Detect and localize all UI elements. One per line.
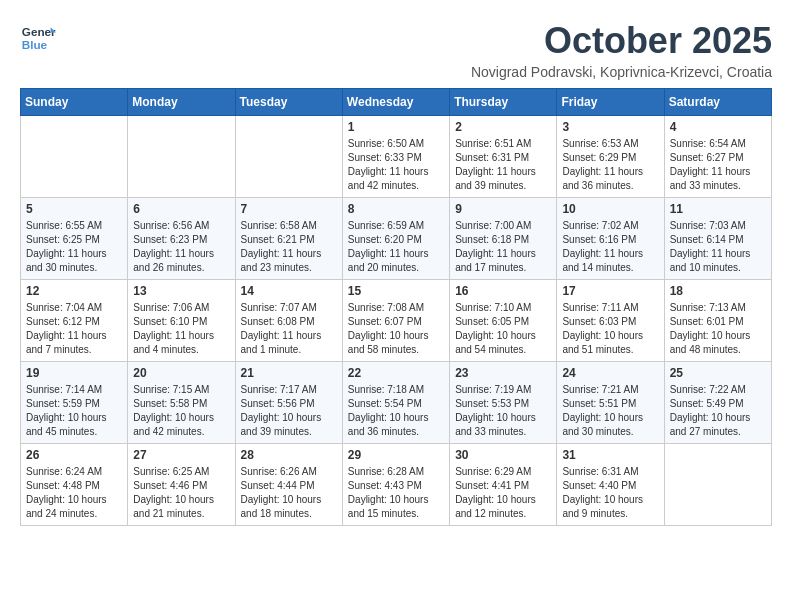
day-info: Sunrise: 6:55 AM Sunset: 6:25 PM Dayligh… (26, 219, 122, 275)
calendar-cell: 21Sunrise: 7:17 AM Sunset: 5:56 PM Dayli… (235, 362, 342, 444)
calendar-cell: 12Sunrise: 7:04 AM Sunset: 6:12 PM Dayli… (21, 280, 128, 362)
calendar-cell: 7Sunrise: 6:58 AM Sunset: 6:21 PM Daylig… (235, 198, 342, 280)
calendar-cell: 18Sunrise: 7:13 AM Sunset: 6:01 PM Dayli… (664, 280, 771, 362)
day-number: 12 (26, 284, 122, 298)
calendar-cell: 29Sunrise: 6:28 AM Sunset: 4:43 PM Dayli… (342, 444, 449, 526)
day-info: Sunrise: 7:13 AM Sunset: 6:01 PM Dayligh… (670, 301, 766, 357)
day-info: Sunrise: 6:25 AM Sunset: 4:46 PM Dayligh… (133, 465, 229, 521)
day-info: Sunrise: 7:10 AM Sunset: 6:05 PM Dayligh… (455, 301, 551, 357)
calendar-cell: 30Sunrise: 6:29 AM Sunset: 4:41 PM Dayli… (450, 444, 557, 526)
calendar-cell: 20Sunrise: 7:15 AM Sunset: 5:58 PM Dayli… (128, 362, 235, 444)
calendar-cell (235, 116, 342, 198)
day-info: Sunrise: 6:26 AM Sunset: 4:44 PM Dayligh… (241, 465, 337, 521)
day-number: 30 (455, 448, 551, 462)
calendar-cell (21, 116, 128, 198)
calendar-cell (664, 444, 771, 526)
day-number: 21 (241, 366, 337, 380)
calendar-cell: 31Sunrise: 6:31 AM Sunset: 4:40 PM Dayli… (557, 444, 664, 526)
day-number: 28 (241, 448, 337, 462)
day-info: Sunrise: 7:00 AM Sunset: 6:18 PM Dayligh… (455, 219, 551, 275)
calendar-cell: 15Sunrise: 7:08 AM Sunset: 6:07 PM Dayli… (342, 280, 449, 362)
day-info: Sunrise: 6:56 AM Sunset: 6:23 PM Dayligh… (133, 219, 229, 275)
month-title: October 2025 (471, 20, 772, 62)
calendar-header-row: SundayMondayTuesdayWednesdayThursdayFrid… (21, 89, 772, 116)
day-info: Sunrise: 6:29 AM Sunset: 4:41 PM Dayligh… (455, 465, 551, 521)
day-number: 13 (133, 284, 229, 298)
day-number: 10 (562, 202, 658, 216)
calendar-cell: 17Sunrise: 7:11 AM Sunset: 6:03 PM Dayli… (557, 280, 664, 362)
calendar-week-row: 26Sunrise: 6:24 AM Sunset: 4:48 PM Dayli… (21, 444, 772, 526)
calendar-cell: 10Sunrise: 7:02 AM Sunset: 6:16 PM Dayli… (557, 198, 664, 280)
day-info: Sunrise: 7:03 AM Sunset: 6:14 PM Dayligh… (670, 219, 766, 275)
day-number: 23 (455, 366, 551, 380)
day-info: Sunrise: 7:02 AM Sunset: 6:16 PM Dayligh… (562, 219, 658, 275)
calendar-cell: 28Sunrise: 6:26 AM Sunset: 4:44 PM Dayli… (235, 444, 342, 526)
day-number: 8 (348, 202, 444, 216)
calendar-cell: 23Sunrise: 7:19 AM Sunset: 5:53 PM Dayli… (450, 362, 557, 444)
day-info: Sunrise: 7:04 AM Sunset: 6:12 PM Dayligh… (26, 301, 122, 357)
logo-icon: General Blue (20, 20, 56, 56)
day-number: 7 (241, 202, 337, 216)
calendar-header-tuesday: Tuesday (235, 89, 342, 116)
calendar-cell: 27Sunrise: 6:25 AM Sunset: 4:46 PM Dayli… (128, 444, 235, 526)
calendar-week-row: 5Sunrise: 6:55 AM Sunset: 6:25 PM Daylig… (21, 198, 772, 280)
calendar-cell: 6Sunrise: 6:56 AM Sunset: 6:23 PM Daylig… (128, 198, 235, 280)
day-number: 18 (670, 284, 766, 298)
day-number: 22 (348, 366, 444, 380)
day-info: Sunrise: 7:14 AM Sunset: 5:59 PM Dayligh… (26, 383, 122, 439)
day-number: 11 (670, 202, 766, 216)
day-number: 25 (670, 366, 766, 380)
day-info: Sunrise: 7:21 AM Sunset: 5:51 PM Dayligh… (562, 383, 658, 439)
day-info: Sunrise: 7:08 AM Sunset: 6:07 PM Dayligh… (348, 301, 444, 357)
day-number: 4 (670, 120, 766, 134)
day-info: Sunrise: 6:51 AM Sunset: 6:31 PM Dayligh… (455, 137, 551, 193)
logo: General Blue (20, 20, 56, 56)
day-number: 17 (562, 284, 658, 298)
calendar-cell: 22Sunrise: 7:18 AM Sunset: 5:54 PM Dayli… (342, 362, 449, 444)
day-info: Sunrise: 7:18 AM Sunset: 5:54 PM Dayligh… (348, 383, 444, 439)
page-header: General Blue October 2025 Novigrad Podra… (20, 20, 772, 80)
calendar-cell: 19Sunrise: 7:14 AM Sunset: 5:59 PM Dayli… (21, 362, 128, 444)
day-info: Sunrise: 6:31 AM Sunset: 4:40 PM Dayligh… (562, 465, 658, 521)
day-number: 15 (348, 284, 444, 298)
day-number: 6 (133, 202, 229, 216)
calendar-header-monday: Monday (128, 89, 235, 116)
calendar-cell: 1Sunrise: 6:50 AM Sunset: 6:33 PM Daylig… (342, 116, 449, 198)
calendar-cell: 24Sunrise: 7:21 AM Sunset: 5:51 PM Dayli… (557, 362, 664, 444)
calendar-week-row: 12Sunrise: 7:04 AM Sunset: 6:12 PM Dayli… (21, 280, 772, 362)
calendar-cell: 16Sunrise: 7:10 AM Sunset: 6:05 PM Dayli… (450, 280, 557, 362)
calendar-cell: 5Sunrise: 6:55 AM Sunset: 6:25 PM Daylig… (21, 198, 128, 280)
calendar-header-sunday: Sunday (21, 89, 128, 116)
day-info: Sunrise: 7:06 AM Sunset: 6:10 PM Dayligh… (133, 301, 229, 357)
calendar-table: SundayMondayTuesdayWednesdayThursdayFrid… (20, 88, 772, 526)
calendar-cell: 4Sunrise: 6:54 AM Sunset: 6:27 PM Daylig… (664, 116, 771, 198)
calendar-header-friday: Friday (557, 89, 664, 116)
day-number: 1 (348, 120, 444, 134)
calendar-header-thursday: Thursday (450, 89, 557, 116)
day-number: 31 (562, 448, 658, 462)
day-info: Sunrise: 6:24 AM Sunset: 4:48 PM Dayligh… (26, 465, 122, 521)
calendar-cell: 13Sunrise: 7:06 AM Sunset: 6:10 PM Dayli… (128, 280, 235, 362)
day-number: 29 (348, 448, 444, 462)
calendar-cell: 2Sunrise: 6:51 AM Sunset: 6:31 PM Daylig… (450, 116, 557, 198)
day-number: 16 (455, 284, 551, 298)
day-info: Sunrise: 6:28 AM Sunset: 4:43 PM Dayligh… (348, 465, 444, 521)
day-info: Sunrise: 6:58 AM Sunset: 6:21 PM Dayligh… (241, 219, 337, 275)
day-number: 20 (133, 366, 229, 380)
day-number: 5 (26, 202, 122, 216)
calendar-header-wednesday: Wednesday (342, 89, 449, 116)
title-block: October 2025 Novigrad Podravski, Koprivn… (471, 20, 772, 80)
day-info: Sunrise: 7:22 AM Sunset: 5:49 PM Dayligh… (670, 383, 766, 439)
day-number: 19 (26, 366, 122, 380)
day-info: Sunrise: 7:15 AM Sunset: 5:58 PM Dayligh… (133, 383, 229, 439)
calendar-cell: 11Sunrise: 7:03 AM Sunset: 6:14 PM Dayli… (664, 198, 771, 280)
day-number: 26 (26, 448, 122, 462)
calendar-cell: 25Sunrise: 7:22 AM Sunset: 5:49 PM Dayli… (664, 362, 771, 444)
calendar-header-saturday: Saturday (664, 89, 771, 116)
day-info: Sunrise: 7:07 AM Sunset: 6:08 PM Dayligh… (241, 301, 337, 357)
day-info: Sunrise: 7:17 AM Sunset: 5:56 PM Dayligh… (241, 383, 337, 439)
day-number: 9 (455, 202, 551, 216)
location-subtitle: Novigrad Podravski, Koprivnica-Krizevci,… (471, 64, 772, 80)
day-info: Sunrise: 6:54 AM Sunset: 6:27 PM Dayligh… (670, 137, 766, 193)
calendar-week-row: 19Sunrise: 7:14 AM Sunset: 5:59 PM Dayli… (21, 362, 772, 444)
